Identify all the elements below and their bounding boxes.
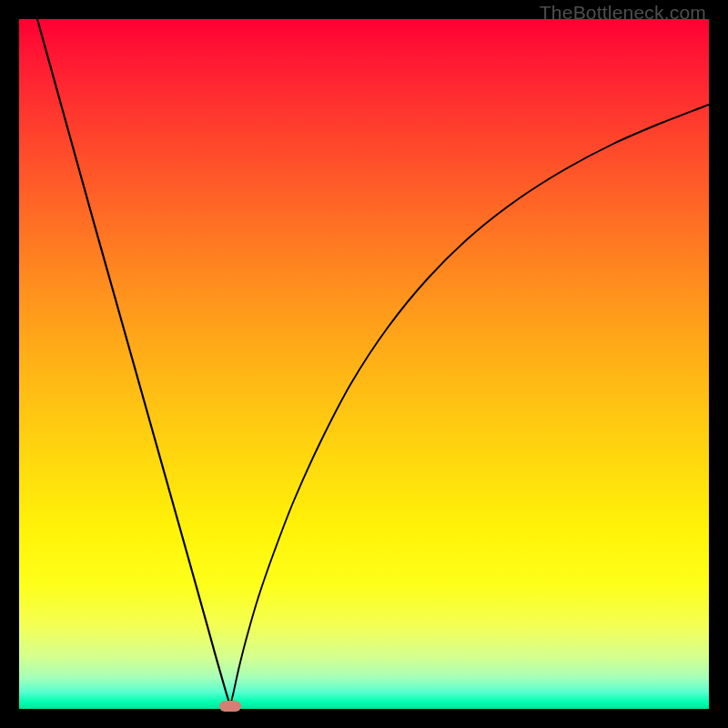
- chart-plot-area: [19, 19, 709, 709]
- chart-svg: [19, 19, 709, 709]
- curve-left-branch: [37, 19, 230, 706]
- curve-right-branch: [230, 105, 709, 706]
- min-marker: [219, 701, 241, 712]
